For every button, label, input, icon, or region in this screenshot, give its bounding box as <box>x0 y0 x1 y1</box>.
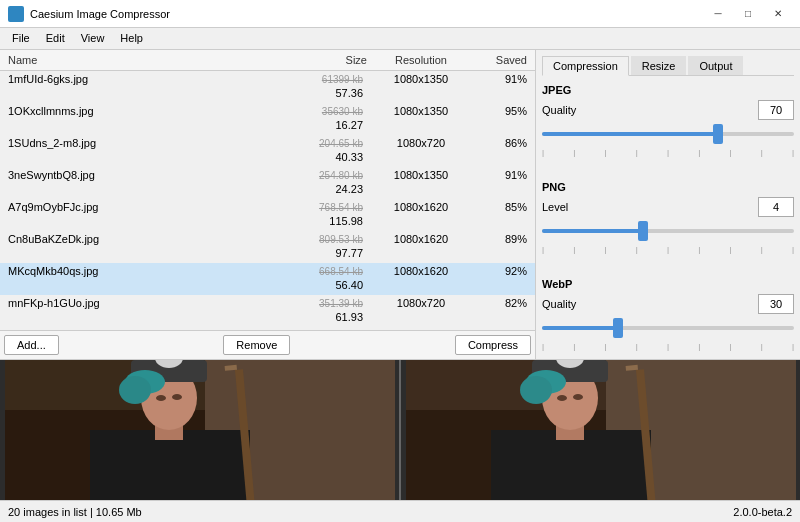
preview-original <box>0 360 401 500</box>
tab-compression[interactable]: Compression <box>542 56 629 76</box>
table-row[interactable]: MKcqMkb40qs.jpg 668.54 kb 56.40 1080x162… <box>0 263 535 295</box>
tab-output[interactable]: Output <box>688 56 743 75</box>
minimize-button[interactable]: ─ <box>704 4 732 24</box>
compress-button[interactable]: Compress <box>455 335 531 355</box>
file-resolution: 1080x1620 <box>371 200 471 229</box>
menu-edit[interactable]: Edit <box>38 30 73 47</box>
action-bar: Add... Remove Compress <box>0 330 535 359</box>
top-section: Name Size Resolution Saved 1mfUId-6gks.j… <box>0 50 800 360</box>
file-saved: 82% <box>471 296 531 325</box>
file-resolution: 1080x720 <box>371 136 471 165</box>
file-saved: 91% <box>471 168 531 197</box>
file-name: 1OKxcllmnms.jpg <box>4 104 281 133</box>
webp-slider-thumb[interactable] <box>613 318 623 338</box>
settings-panel: Compression Resize Output JPEG Quality <box>536 50 800 359</box>
file-size-new: 115.98 <box>325 214 367 228</box>
webp-quality-label: Quality <box>542 298 597 310</box>
table-row[interactable]: 1SUdns_2-m8.jpg 204.65 kb 40.33 1080x720… <box>0 135 535 167</box>
webp-title: WebP <box>542 278 794 290</box>
table-row[interactable]: Cn8uBaKZeDk.jpg 809.53 kb 97.77 1080x162… <box>0 231 535 263</box>
menu-file[interactable]: File <box>4 30 38 47</box>
menu-help[interactable]: Help <box>112 30 151 47</box>
png-slider-thumb[interactable] <box>638 221 648 241</box>
file-resolution: 1080x1620 <box>371 264 471 293</box>
menu-view[interactable]: View <box>73 30 113 47</box>
png-level-input[interactable] <box>758 197 794 217</box>
png-slider-fill <box>542 229 643 233</box>
file-name: 3neSwyntbQ8.jpg <box>4 168 281 197</box>
file-saved: 89% <box>471 232 531 261</box>
file-list-panel: Name Size Resolution Saved 1mfUId-6gks.j… <box>0 50 536 359</box>
table-row[interactable]: A7q9mOybFJc.jpg 768.54 kb 115.98 1080x16… <box>0 199 535 231</box>
table-row[interactable]: 3neSwyntbQ8.jpg 254.80 kb 24.23 1080x135… <box>0 167 535 199</box>
version-text: 2.0.0-beta.2 <box>733 506 792 518</box>
webp-quality-row: Quality <box>542 294 794 314</box>
file-saved: 85% <box>471 200 531 229</box>
compressed-preview-image <box>406 360 796 500</box>
file-resolution: 1080x1620 <box>371 232 471 261</box>
col-saved: Saved <box>471 52 531 68</box>
jpeg-quality-label: Quality <box>542 104 597 116</box>
png-level-row: Level <box>542 197 794 217</box>
file-name: A7q9mOybFJc.jpg <box>4 200 281 229</box>
webp-quality-input[interactable] <box>758 294 794 314</box>
app-icon <box>8 6 24 22</box>
file-size-new: 97.77 <box>331 246 367 260</box>
svg-point-29 <box>573 394 583 400</box>
jpeg-quality-row: Quality <box>542 100 794 120</box>
file-resolution: 1080x1350 <box>371 168 471 197</box>
svg-rect-31 <box>625 365 637 371</box>
webp-section: WebP Quality ||||||||| <box>542 278 794 355</box>
file-resolution: 1080x720 <box>371 296 471 325</box>
svg-point-28 <box>557 395 567 401</box>
original-preview-image <box>5 360 395 500</box>
title-bar-left: Caesium Image Compressor <box>8 6 170 22</box>
jpeg-slider-thumb[interactable] <box>713 124 723 144</box>
file-size-original: 61399 kb <box>318 73 367 86</box>
file-size-new: 56.40 <box>331 278 367 292</box>
webp-slider-fill <box>542 326 618 330</box>
jpeg-quality-input[interactable] <box>758 100 794 120</box>
preview-compressed <box>401 360 800 500</box>
file-size-original: 254.80 kb <box>315 169 367 182</box>
jpeg-slider-fill <box>542 132 718 136</box>
close-button[interactable]: ✕ <box>764 4 792 24</box>
svg-rect-15 <box>224 365 236 371</box>
file-name: MKcqMkb40qs.jpg <box>4 264 281 293</box>
file-size-original: 351.39 kb <box>315 297 367 310</box>
maximize-button[interactable]: □ <box>734 4 762 24</box>
file-list-scroll[interactable]: 1mfUId-6gks.jpg 61399 kb 57.36 1080x1350… <box>0 71 535 330</box>
preview-panel <box>0 360 800 500</box>
col-size: Size <box>281 52 371 68</box>
svg-point-13 <box>172 394 182 400</box>
tab-resize[interactable]: Resize <box>631 56 687 75</box>
file-size-original: 809.53 kb <box>315 233 367 246</box>
file-size-new: 24.23 <box>331 182 367 196</box>
file-name: Cn8uBaKZeDk.jpg <box>4 232 281 261</box>
jpeg-section: JPEG Quality ||||||||| <box>542 84 794 161</box>
file-size-new: 40.33 <box>331 150 367 164</box>
jpeg-slider-ticks: ||||||||| <box>542 148 794 157</box>
status-count: 20 images in list | 10.65 Mb <box>8 506 142 518</box>
svg-rect-20 <box>491 430 651 500</box>
file-name: 1SUdns_2-m8.jpg <box>4 136 281 165</box>
col-resolution: Resolution <box>371 52 471 68</box>
webp-slider-ticks: ||||||||| <box>542 342 794 351</box>
file-saved: 95% <box>471 104 531 133</box>
total-size: 10.65 Mb <box>96 506 142 518</box>
png-section: PNG Level ||||||||| <box>542 181 794 258</box>
remove-button[interactable]: Remove <box>223 335 290 355</box>
svg-point-11 <box>119 376 151 404</box>
file-saved: 91% <box>471 72 531 101</box>
add-button[interactable]: Add... <box>4 335 59 355</box>
file-size-original: 35630 kb <box>318 105 367 118</box>
png-title: PNG <box>542 181 794 193</box>
main-layout: Name Size Resolution Saved 1mfUId-6gks.j… <box>0 50 800 522</box>
window-controls: ─ □ ✕ <box>704 4 792 24</box>
table-row[interactable]: 1OKxcllmnms.jpg 35630 kb 16.27 1080x1350… <box>0 103 535 135</box>
table-row[interactable]: 1mfUId-6gks.jpg 61399 kb 57.36 1080x1350… <box>0 71 535 103</box>
table-row[interactable]: mnFKp-h1GUo.jpg 351.39 kb 61.93 1080x720… <box>0 295 535 327</box>
file-name: mnFKp-h1GUo.jpg <box>4 296 281 325</box>
status-bar: 20 images in list | 10.65 Mb 2.0.0-beta.… <box>0 500 800 522</box>
svg-rect-4 <box>90 430 250 500</box>
